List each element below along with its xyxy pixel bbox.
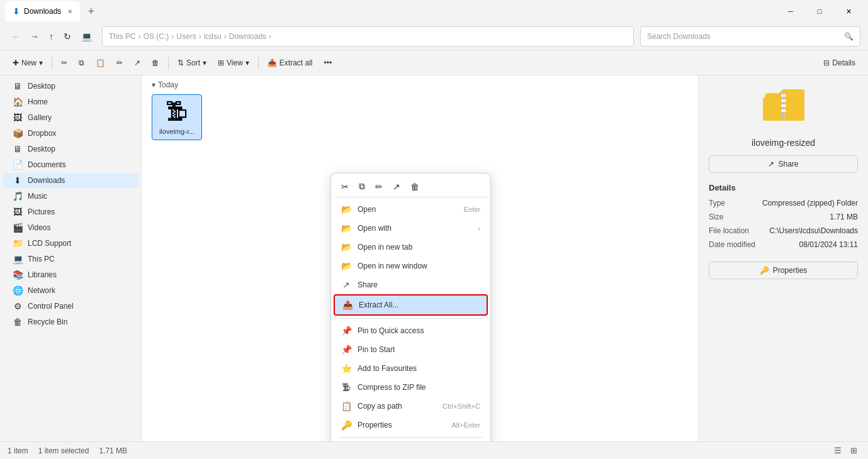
control-panel-icon: ⚙ — [13, 301, 23, 311]
more-button[interactable]: ••• — [319, 53, 337, 73]
network-icon: 🌐 — [13, 285, 23, 296]
cut-icon: ✂ — [61, 58, 67, 67]
sidebar-item-documents[interactable]: 📄 Documents — [3, 157, 138, 172]
minimize-button[interactable]: ─ — [776, 0, 805, 23]
cm-item-copy-path[interactable]: 📋 Copy as path Ctrl+Shift+C — [334, 397, 488, 416]
new-chevron-icon: ▾ — [39, 58, 43, 67]
cm-item-compress-zip[interactable]: 🗜 Compress to ZIP file — [334, 378, 488, 397]
cm-item-properties[interactable]: 🔑 Properties Alt+Enter — [334, 416, 488, 434]
breadcrumb-downloads[interactable]: Downloads — [229, 32, 266, 41]
share-button[interactable]: ↗ — [129, 53, 145, 73]
cm-share-button[interactable]: ↗ — [390, 179, 403, 194]
sidebar-item-label: Desktop — [28, 82, 55, 91]
cm-rename-button[interactable]: ✏ — [373, 179, 385, 194]
share-icon: ↗ — [134, 58, 140, 67]
status-item-count: 1 item — [8, 446, 28, 455]
cm-item-share[interactable]: ↗ Share — [334, 275, 488, 294]
zip-folder-icon: 🗜 — [166, 99, 188, 125]
sidebar-item-desktop1[interactable]: 🖥 Desktop — [3, 79, 138, 94]
cut-button[interactable]: ✂ — [56, 53, 72, 73]
tab-close-button[interactable]: ✕ — [67, 8, 72, 15]
cm-item-dropbox[interactable]: 📦 Dropbox › — [334, 440, 488, 441]
details-button[interactable]: ⊟ Details — [818, 56, 860, 70]
cm-item-pin-quick-access[interactable]: 📌 Pin to Quick access — [334, 321, 488, 340]
breadcrumb-users[interactable]: Users — [176, 32, 196, 41]
active-tab[interactable]: ⬇ Downloads ✕ — [5, 1, 80, 21]
sidebar-item-home[interactable]: 🏠 Home — [3, 94, 138, 109]
cm-item-open-with[interactable]: 📂 Open with › — [334, 219, 488, 238]
svg-rect-5 — [781, 104, 786, 107]
delete-button[interactable]: 🗑 — [147, 53, 164, 73]
view-chevron-icon: ▾ — [245, 58, 249, 67]
view-button[interactable]: ⊞ View ▾ — [213, 53, 254, 73]
cm-item-open-new-window[interactable]: 📂 Open in new window — [334, 257, 488, 275]
sidebar-item-libraries[interactable]: 📚 Libraries — [3, 267, 138, 282]
breadcrumb-osc[interactable]: OS (C:) — [144, 32, 169, 41]
pc-view-button[interactable]: 💻 — [77, 29, 96, 44]
cm-item-label: Open in new window — [358, 262, 427, 270]
sidebar-item-recycle-bin[interactable]: 🗑 Recycle Bin — [3, 314, 138, 329]
back-button[interactable]: ← — [8, 29, 24, 44]
details-share-button[interactable]: ↗ Share — [709, 155, 858, 173]
cm-item-extract-all[interactable]: 📤 Extract All... — [334, 294, 488, 316]
rename-button[interactable]: ✏ — [111, 53, 128, 73]
sidebar-item-label: Documents — [28, 160, 66, 169]
paste-button[interactable]: 📋 — [91, 53, 110, 73]
sidebar-item-dropbox[interactable]: 📦 Dropbox — [3, 126, 138, 141]
breadcrumb[interactable]: This PC › OS (C:) › Users › lcdsu › Down… — [102, 26, 634, 47]
status-size: 1.71 MB — [99, 446, 127, 455]
list-view-button[interactable]: ☰ — [831, 444, 845, 457]
sidebar-item-label: Control Panel — [28, 302, 74, 311]
detail-modified-label: Date modified — [709, 240, 755, 249]
close-button[interactable]: ✕ — [834, 0, 863, 23]
breadcrumb-sep2: › — [171, 32, 174, 41]
cm-item-open[interactable]: 📂 Open Enter — [334, 200, 488, 219]
extract-all-button[interactable]: 📤 Extract all — [262, 53, 318, 73]
breadcrumb-sep3: › — [199, 32, 201, 41]
cm-item-pin-start[interactable]: 📌 Pin to Start — [334, 340, 488, 359]
sidebar-item-pictures[interactable]: 🖼 Pictures — [3, 204, 138, 219]
videos-icon: 🎬 — [13, 223, 23, 233]
new-button[interactable]: ✚ New ▾ — [8, 53, 48, 73]
cm-cut-button[interactable]: ✂ — [339, 179, 351, 194]
file-item-iloveimg[interactable]: 🗜 iloveimg-r... — [152, 94, 202, 140]
cm-item-label: Pin to Quick access — [358, 326, 424, 335]
maximize-button[interactable]: □ — [805, 0, 834, 23]
sidebar-item-downloads[interactable]: ⬇ Downloads — [3, 173, 138, 188]
detail-location-label: File location — [709, 226, 749, 235]
new-tab-button[interactable]: + — [84, 4, 98, 19]
breadcrumb-thispc[interactable]: This PC — [109, 32, 136, 41]
sidebar-item-control-panel[interactable]: ⚙ Control Panel — [3, 299, 138, 314]
forward-button[interactable]: → — [26, 29, 43, 44]
sidebar-item-label: Desktop — [28, 145, 55, 153]
cm-item-open-new-tab[interactable]: 📂 Open in new tab — [334, 238, 488, 257]
cm-copy-button[interactable]: ⧉ — [356, 179, 368, 194]
cm-open-new-window-icon: 📂 — [341, 261, 351, 271]
sidebar-item-gallery[interactable]: 🖼 Gallery — [3, 110, 138, 125]
sidebar-item-label: Recycle Bin — [28, 318, 67, 326]
details-properties-button[interactable]: 🔑 Properties — [709, 262, 858, 279]
breadcrumb-lcdsu[interactable]: lcdsu — [204, 32, 222, 41]
refresh-button[interactable]: ↻ — [60, 29, 75, 44]
cm-separator-2 — [339, 437, 483, 438]
cm-share-icon: ↗ — [341, 280, 351, 290]
new-label: New — [21, 58, 37, 67]
sort-button[interactable]: ⇅ Sort ▾ — [172, 53, 211, 73]
sidebar-item-videos[interactable]: 🎬 Videos — [3, 220, 138, 235]
cm-delete-button[interactable]: 🗑 — [408, 179, 422, 194]
sidebar-item-desktop2[interactable]: 🖥 Desktop — [3, 141, 138, 157]
up-button[interactable]: ↑ — [45, 29, 57, 44]
search-box[interactable]: Search Downloads 🔍 — [640, 26, 860, 47]
copy-button[interactable]: ⧉ — [74, 53, 89, 73]
extract-icon: 📤 — [268, 58, 277, 67]
sidebar-item-this-pc[interactable]: 💻 This PC — [3, 252, 138, 267]
grid-view-button[interactable]: ⊞ — [847, 444, 860, 457]
detail-type-label: Type — [709, 199, 725, 207]
sidebar-item-music[interactable]: 🎵 Music — [3, 189, 138, 204]
sidebar-item-lcd-support[interactable]: 📁 LCD Support — [3, 236, 138, 251]
cm-item-add-favourites[interactable]: ⭐ Add to Favourites — [334, 359, 488, 378]
details-label: Details — [832, 58, 855, 67]
cm-pin-start-icon: 📌 — [341, 345, 351, 355]
sidebar-item-network[interactable]: 🌐 Network — [3, 283, 138, 298]
sidebar-item-label: Downloads — [28, 176, 65, 185]
